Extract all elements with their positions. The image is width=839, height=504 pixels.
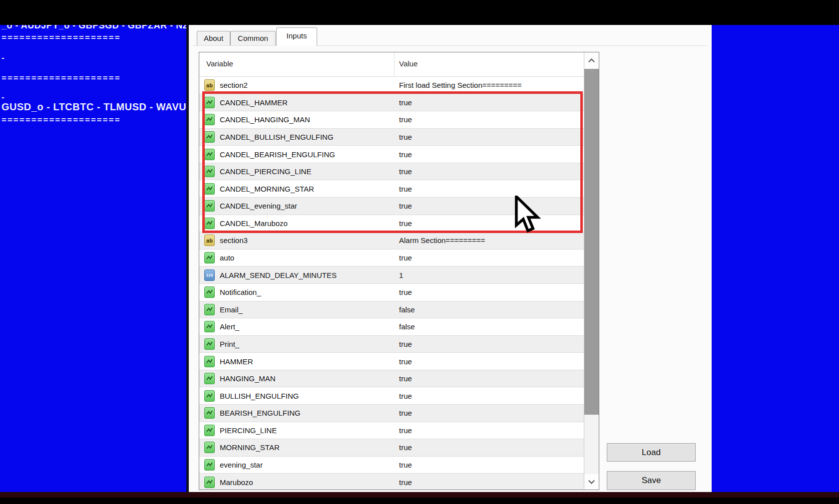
inputs-table: Variable Value ab section2 First load Se… <box>199 52 599 490</box>
variable-name: evening_star <box>220 461 263 469</box>
variable-value[interactable]: true <box>399 357 412 366</box>
symbols-line: - <box>1 92 4 102</box>
chevron-down-icon <box>588 478 595 484</box>
variable-value[interactable]: true <box>399 392 412 400</box>
chevron-up-icon <box>588 58 595 65</box>
variable-value[interactable]: First load Setting Section========= <box>399 81 522 89</box>
variable-value[interactable]: true <box>399 202 412 210</box>
table-row[interactable]: CANDEL_BEARISH_ENGULFING true <box>199 145 584 163</box>
variable-name: CANDEL_BEARISH_ENGULFING <box>220 150 335 159</box>
variable-value[interactable]: true <box>399 409 412 417</box>
variable-name: CANDEL_Marubozo <box>220 219 288 228</box>
variable-value[interactable]: true <box>399 98 412 107</box>
table-row[interactable]: CANDEL_MORNING_STAR true <box>199 180 584 197</box>
bool-param-icon <box>204 200 215 212</box>
scrollbar-thumb[interactable] <box>584 69 599 415</box>
scroll-down-button[interactable] <box>584 474 599 490</box>
table-row[interactable]: CANDEL_HANGING_MAN true <box>199 111 584 128</box>
table-row[interactable]: HANGING_MAN true <box>199 370 584 387</box>
bool-param-icon <box>204 356 215 367</box>
variable-value[interactable]: true <box>399 253 412 262</box>
string-param-icon: ab <box>204 79 215 91</box>
bool-param-icon <box>204 373 215 384</box>
table-row[interactable]: Print_ true <box>199 335 584 353</box>
table-row[interactable]: HAMMER true <box>199 352 584 370</box>
table-row[interactable]: Email_ false <box>199 301 584 318</box>
tab-inputs[interactable]: Inputs <box>276 27 317 46</box>
table-row[interactable]: auto true <box>199 249 584 266</box>
variable-value[interactable]: true <box>399 115 412 124</box>
separator-line: ==================== <box>1 33 121 43</box>
column-header-value: Value <box>399 52 418 75</box>
table-row[interactable]: CANDEL_BULLISH_ENGULFING true <box>199 128 584 146</box>
variable-name: section3 <box>220 236 248 245</box>
symbols-line: _o - AUDJPY_o - GBPSGD - GBPZAR - NZDSGD… <box>1 25 186 31</box>
table-row[interactable]: ab section2 First load Setting Section==… <box>199 76 584 94</box>
table-row[interactable]: CANDEL_HAMMER true <box>199 94 584 111</box>
variable-value[interactable]: false <box>399 305 415 314</box>
variable-value[interactable]: true <box>399 219 412 228</box>
save-button[interactable]: Save <box>607 471 696 490</box>
bool-param-icon <box>204 442 215 453</box>
scroll-up-button[interactable] <box>584 52 599 69</box>
load-button[interactable]: Load <box>607 443 696 462</box>
variable-name: auto <box>220 253 234 262</box>
vertical-scrollbar[interactable] <box>584 52 599 490</box>
bool-param-icon <box>204 459 215 471</box>
variable-value[interactable]: true <box>399 443 412 452</box>
variable-value[interactable]: true <box>399 185 412 193</box>
variable-value[interactable]: true <box>399 340 412 348</box>
bool-param-icon <box>204 338 215 350</box>
variable-value[interactable]: true <box>399 426 412 435</box>
table-row[interactable]: MORNING_STAR true <box>199 439 584 456</box>
table-row[interactable]: BULLISH_ENGULFING true <box>199 387 584 404</box>
variable-value[interactable]: true <box>399 461 412 469</box>
table-row[interactable]: BEARISH_ENGULFING true <box>199 404 584 422</box>
variable-name: Notification_ <box>220 288 261 296</box>
variable-name: CANDEL_HANGING_MAN <box>220 115 310 124</box>
table-row[interactable]: Notification_ true <box>199 283 584 301</box>
bool-param-icon <box>204 425 215 436</box>
bool-param-icon <box>204 131 215 143</box>
tab-common[interactable]: Common <box>230 31 276 45</box>
variable-value[interactable]: true <box>399 133 412 141</box>
table-row[interactable]: Alert_ false <box>199 318 584 335</box>
variable-name: CANDEL_MORNING_STAR <box>220 185 314 193</box>
bool-param-icon <box>204 286 215 298</box>
variable-name: ALARM_SEND_DELAY_MINUTES <box>220 271 337 279</box>
symbols-line: GUSD_o - LTCBTC - TLMUSD - WAVUSD <box>1 101 186 113</box>
symbols-comment-panel: _o - AUDJPY_o - GBPSGD - GBPZAR - NZDSGD… <box>0 25 186 492</box>
variable-value[interactable]: true <box>399 167 412 176</box>
table-body: ab section2 First load Setting Section==… <box>199 76 584 490</box>
variable-name: Print_ <box>220 340 239 348</box>
bottom-strip <box>0 492 839 498</box>
variable-value[interactable]: true <box>399 288 412 296</box>
variable-value[interactable]: true <box>399 478 412 487</box>
bool-param-icon <box>204 321 215 332</box>
variable-value[interactable]: 1 <box>399 271 403 279</box>
table-row[interactable]: PIERCING_LINE true <box>199 422 584 439</box>
separator-line: ==================== <box>1 115 121 125</box>
tab-divider <box>193 45 708 46</box>
variable-value[interactable]: false <box>399 322 415 331</box>
table-row[interactable]: 123 ALARM_SEND_DELAY_MINUTES 1 <box>199 266 584 283</box>
table-row[interactable]: ab section3 Alarm Section========= <box>199 232 584 249</box>
bool-param-icon <box>204 390 215 402</box>
integer-param-icon: 123 <box>204 269 215 281</box>
column-header-variable: Variable <box>206 52 233 75</box>
bool-param-icon <box>204 304 215 315</box>
tab-about[interactable]: About <box>197 31 230 45</box>
table-row[interactable]: Marubozo true <box>199 473 584 490</box>
variable-name: BEARISH_ENGULFING <box>220 409 301 417</box>
variable-value[interactable]: Alarm Section========= <box>399 236 485 245</box>
variable-name: HAMMER <box>220 357 253 366</box>
bool-param-icon <box>204 218 215 229</box>
variable-value[interactable]: true <box>399 150 412 159</box>
variable-name: HANGING_MAN <box>220 374 276 383</box>
variable-value[interactable]: true <box>399 374 412 383</box>
table-row[interactable]: CANDEL_PIERCING_LINE true <box>199 163 584 180</box>
table-row[interactable]: evening_star true <box>199 456 584 474</box>
variable-name: Alert_ <box>220 322 239 331</box>
symbols-line: - <box>1 53 4 63</box>
variable-name: Email_ <box>220 305 243 314</box>
